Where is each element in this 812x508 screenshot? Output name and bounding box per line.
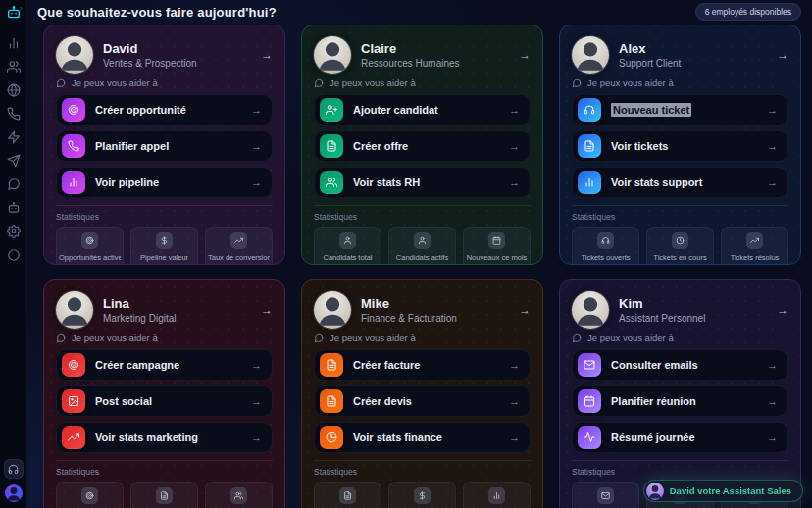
action-voir-stats-marketing[interactable]: Voir stats marketing→ — [56, 422, 273, 453]
action-voir-stats-rh[interactable]: Voir stats RH→ — [314, 167, 531, 198]
card-header: Claire Ressources Humaines → — [314, 35, 531, 75]
sidebar-item-robot-icon[interactable] — [7, 201, 21, 215]
action-creer-campagne[interactable]: Créer campagne→ — [56, 349, 273, 381]
stat-candidats-actifs: Candidats actifs0 — [388, 227, 456, 265]
assistant-role: Support Client — [619, 58, 681, 69]
assistant-card-alex: Alex Support Client → Je peux vous aider… — [559, 25, 801, 265]
sidebar-item-settings-icon[interactable] — [7, 225, 21, 238]
sidebar-item-users-icon[interactable] — [7, 60, 21, 74]
assistant-avatar[interactable] — [314, 36, 351, 74]
stat-label: Pipeline valeur — [133, 253, 195, 262]
action-voir-stats-support[interactable]: Voir stats support→ — [572, 167, 788, 198]
sidebar-item-zap-icon[interactable] — [7, 130, 21, 144]
arrow-right-icon: → — [251, 104, 262, 116]
action-planifier-appel[interactable]: Planifier appel→ — [56, 130, 273, 162]
action-label: Consulter emails — [611, 359, 698, 371]
arrow-right-icon: → — [509, 104, 520, 116]
open-assistant-arrow-icon[interactable]: → — [777, 48, 788, 62]
arrow-right-icon: → — [767, 359, 778, 371]
stats-title: Statistiques — [572, 467, 788, 477]
stat-label: Taux de conversion — [208, 253, 270, 262]
action-creer-facture[interactable]: Créer facture→ — [314, 349, 531, 381]
action-planifier-reunion[interactable]: Planifier réunion→ — [572, 385, 788, 417]
action-creer-opportunite[interactable]: Créer opportunité→ — [56, 94, 273, 126]
stats-row: Tickets ouverts5Tickets en cours3Tickets… — [572, 227, 788, 265]
assistant-name: Lina — [103, 296, 176, 311]
action-post-social[interactable]: Post social→ — [56, 385, 273, 417]
card-header: Lina Marketing Digital → — [56, 290, 273, 330]
stat-posts-reseaux-sociaux: Posts réseaux sociaux20 — [205, 482, 273, 508]
sidebar-item-bar-chart-icon[interactable] — [7, 36, 21, 50]
stat-label: Tickets ouverts — [575, 253, 636, 262]
helper-row: Je peux vous aider à — [314, 332, 531, 343]
stats-row: Factures en attente0Revenus totaux€47250… — [314, 482, 531, 508]
sidebar-item-globe-icon[interactable] — [7, 83, 21, 97]
action-creer-offre[interactable]: Créer offre→ — [314, 130, 531, 162]
action-resume-journee[interactable]: Résumé journée→ — [572, 422, 788, 453]
sidebar-expand-chevron-icon[interactable]: › — [20, 4, 23, 13]
action-nouveau-ticket[interactable]: Nouveau ticket→ — [572, 94, 788, 126]
stats-title: Statistiques — [56, 212, 273, 222]
chat-bubble-icon — [56, 78, 66, 88]
action-label: Voir pipeline — [95, 177, 159, 188]
file-icon — [578, 134, 601, 158]
open-assistant-arrow-icon[interactable]: → — [777, 303, 788, 317]
stat-emails-non-lus: Emails non lus11 — [572, 482, 639, 508]
action-voir-tickets[interactable]: Voir tickets→ — [572, 130, 788, 162]
bar-chart-icon — [488, 487, 505, 504]
divider — [314, 460, 531, 461]
sidebar-item-send-icon[interactable] — [7, 154, 21, 168]
helper-text: Je peux vous aider à — [330, 77, 416, 88]
action-ajouter-candidat[interactable]: Ajouter candidat→ — [314, 94, 531, 126]
stat-pipeline-valeur: Pipeline valeur€0 — [130, 227, 198, 265]
assistant-status-pill[interactable]: David votre Assistant Sales — [643, 480, 803, 502]
assistant-avatar[interactable] — [56, 291, 93, 329]
assistant-avatar[interactable] — [56, 36, 93, 74]
action-voir-stats-finance[interactable]: Voir stats finance→ — [314, 422, 531, 453]
assistant-avatar[interactable] — [572, 291, 609, 329]
assistant-role: Assistant Personnel — [619, 313, 705, 324]
open-assistant-arrow-icon[interactable]: → — [519, 48, 531, 62]
sidebar-item-circle-icon[interactable] — [7, 248, 21, 262]
open-assistant-arrow-icon[interactable]: → — [261, 303, 273, 317]
actions-list: Consulter emails→Planifier réunion→Résum… — [572, 349, 788, 453]
calendar-icon — [578, 389, 601, 413]
assistant-avatar[interactable] — [314, 291, 351, 329]
action-label: Post social — [95, 395, 152, 407]
action-consulter-emails[interactable]: Consulter emails→ — [572, 349, 788, 381]
sidebar-item-phone-icon[interactable] — [7, 107, 21, 121]
stat-value: 5 — [575, 264, 636, 265]
action-creer-devis[interactable]: Créer devis→ — [314, 385, 531, 417]
user-avatar[interactable] — [5, 484, 23, 502]
helper-row: Je peux vous aider à — [56, 332, 273, 343]
divider — [56, 460, 273, 461]
stat-value: 756 — [317, 264, 379, 265]
chat-bubble-icon — [572, 78, 582, 88]
open-assistant-arrow-icon[interactable]: → — [519, 303, 531, 317]
stats-title: Statistiques — [56, 467, 273, 477]
assistant-role: Ressources Humaines — [361, 58, 460, 69]
arrow-right-icon: → — [767, 104, 778, 116]
stats-row: Candidats total756Candidats actifs0Nouve… — [314, 227, 531, 265]
dollar-icon — [414, 487, 431, 504]
stat-label: Tickets en cours — [649, 253, 711, 262]
arrow-right-icon: → — [509, 395, 520, 407]
stats-title: Statistiques — [314, 212, 531, 222]
assistant-card-david: David Ventes & Prospection → Je peux vou… — [43, 25, 285, 265]
open-assistant-arrow-icon[interactable]: → — [261, 48, 273, 62]
assistant-avatar[interactable] — [572, 36, 609, 74]
action-voir-pipeline[interactable]: Voir pipeline→ — [56, 167, 273, 198]
stat-label: Candidats actifs — [391, 253, 453, 262]
sidebar-item-message-icon[interactable] — [7, 178, 21, 191]
divider — [314, 205, 531, 206]
card-header: David Ventes & Prospection → — [56, 35, 273, 75]
card-header: Kim Assistant Personnel → — [572, 290, 788, 330]
assistant-card-kim: Kim Assistant Personnel → Je peux vous a… — [559, 279, 801, 508]
support-headphones-button[interactable] — [4, 459, 24, 479]
arrow-right-icon: → — [509, 177, 520, 188]
calendar-icon — [488, 232, 505, 249]
users-icon — [230, 487, 247, 504]
stat-candidats-total: Candidats total756 — [314, 227, 381, 265]
assistant-name: Alex — [619, 41, 681, 56]
action-label: Voir tickets — [611, 140, 669, 152]
